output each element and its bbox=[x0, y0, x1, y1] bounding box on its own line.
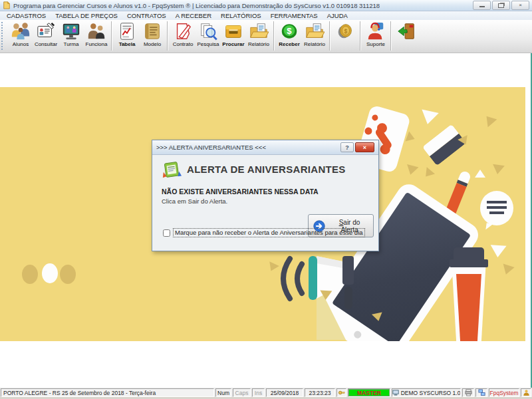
skip-alert-label: Marque para não receber o Alerta de Aniv… bbox=[173, 228, 365, 237]
status-product: DEMO SYSCURSO 1.0 bbox=[392, 388, 461, 397]
toolbar-button-relatorio[interactable]: Relatório bbox=[246, 20, 271, 51]
restore-button[interactable] bbox=[492, 1, 510, 10]
ellipsis-dot bbox=[22, 265, 38, 284]
dialog-title: >>> ALERTA ANIVERSARIANTES <<< bbox=[156, 144, 266, 151]
status-network bbox=[475, 388, 487, 397]
toolbar-button-alunos[interactable]: Alunos bbox=[8, 20, 33, 51]
master-user-badge: MASTER bbox=[348, 389, 390, 396]
toolbar-separator bbox=[167, 21, 168, 51]
svg-text:$: $ bbox=[287, 26, 292, 36]
toolbar-drag-handle[interactable] bbox=[1, 22, 5, 50]
app-icon bbox=[3, 1, 11, 9]
toolbar-label: Contrato bbox=[173, 41, 194, 47]
toolbar-label: Procurar bbox=[222, 41, 244, 47]
status-date-label: 25/09/2018 bbox=[271, 390, 299, 396]
menu-item-cadastros[interactable]: CADASTROS bbox=[2, 12, 51, 19]
coffee-cup-icon bbox=[454, 247, 484, 261]
students-icon bbox=[11, 21, 31, 41]
window-titlebar[interactable]: Programa para Gerenciar Cursos e Alunos … bbox=[0, 0, 532, 11]
svg-text:$: $ bbox=[344, 28, 348, 35]
triangle-decoration bbox=[404, 164, 418, 176]
status-brand-label: FpqSystem bbox=[490, 390, 519, 396]
toolbar-label: Relatório bbox=[304, 41, 325, 47]
status-printer bbox=[462, 388, 474, 397]
toolbar-label: Pesquisa bbox=[198, 41, 219, 47]
menu-item-relatorios[interactable]: RELATÓRIOS bbox=[216, 12, 266, 19]
coffee-cup-icon bbox=[456, 274, 481, 341]
status-location-label: PORTO ALEGRE - RS 25 de Setembro de 2018… bbox=[3, 390, 156, 396]
toolbar-button-turma[interactable]: Turma bbox=[59, 20, 84, 51]
menu-item-tabela-de-precos[interactable]: TABELA DE PREÇOS bbox=[51, 12, 122, 19]
computer-icon bbox=[392, 389, 400, 396]
status-location: PORTO ALEGRE - RS 25 de Setembro de 2018… bbox=[1, 388, 214, 397]
dialog-help-button[interactable]: ? bbox=[340, 142, 354, 152]
toolbar-button-contrato[interactable]: Contrato bbox=[170, 20, 196, 51]
toolbar-separator bbox=[390, 21, 392, 51]
status-date: 25/09/2018 bbox=[266, 388, 303, 397]
ellipsis-dot bbox=[42, 263, 58, 283]
triangle-decoration bbox=[320, 291, 332, 301]
status-profile bbox=[521, 388, 531, 397]
toolbar-label: Turma bbox=[64, 41, 79, 47]
toolbar-label: Relatório bbox=[248, 41, 269, 47]
status-time: 23:23:23 bbox=[305, 388, 335, 397]
triangle-decoration bbox=[500, 264, 514, 277]
network-icon bbox=[478, 389, 485, 396]
status-bar: PORTO ALEGRE - RS 25 de Setembro de 2018… bbox=[0, 388, 532, 397]
toolbar: AlunosConsultarTurmaFuncionaTabelaModelo… bbox=[0, 20, 532, 53]
dialog-titlebar[interactable]: >>> ALERTA ANIVERSARIANTES <<< ? × bbox=[152, 140, 378, 155]
toolbar-button-receber[interactable]: $Receber bbox=[277, 20, 302, 51]
minimize-button[interactable] bbox=[473, 1, 491, 10]
toolbar-button-pesquisa[interactable]: Pesquisa bbox=[196, 20, 221, 51]
toolbar-button-tabela[interactable]: Tabela bbox=[114, 20, 140, 51]
toolbar-label: Alunos bbox=[13, 41, 29, 47]
status-capslock-label: Caps bbox=[235, 390, 249, 396]
menu-item-ferramentas[interactable]: FERRAMENTAS bbox=[266, 12, 323, 19]
dialog-message: NÃO EXISTE ANIVERSARIANTES NESSA DATA bbox=[162, 188, 319, 196]
toolbar-button-exit-door[interactable] bbox=[394, 20, 419, 51]
report-folder-icon bbox=[249, 21, 269, 41]
coin-icon: $ bbox=[335, 21, 355, 41]
toolbar-separator bbox=[360, 21, 361, 51]
status-numlock: Num bbox=[215, 388, 231, 397]
toolbar-button-funciona[interactable]: Funciona bbox=[84, 20, 109, 51]
client-area: >>> ALERTA ANIVERSARIANTES <<< ? × bbox=[0, 53, 532, 388]
exit-door-icon bbox=[396, 21, 416, 41]
archive-drawer-icon bbox=[223, 21, 243, 41]
status-brand: FpqSystem bbox=[489, 388, 519, 397]
toolbar-label: Tabela bbox=[119, 41, 136, 47]
menu-item-contratos[interactable]: CONTRATOS bbox=[122, 12, 171, 19]
skip-alert-checkbox[interactable] bbox=[163, 229, 170, 237]
triangle-decoration bbox=[419, 110, 439, 126]
status-capslock: Caps bbox=[233, 388, 251, 397]
menu-item-ajuda[interactable]: AJUDA bbox=[323, 12, 352, 19]
user-icon bbox=[523, 389, 530, 396]
printer-icon bbox=[465, 389, 472, 396]
toolbar-button-coin[interactable]: $ bbox=[332, 20, 358, 51]
staff-icon bbox=[86, 21, 106, 41]
dialog-hint: Clica em Sair do Alerta. bbox=[162, 198, 227, 205]
close-button[interactable]: × bbox=[511, 1, 529, 10]
speech-bubble-icon bbox=[480, 191, 513, 225]
toolbar-button-modelo[interactable]: Modelo bbox=[140, 20, 165, 51]
toolbar-separator bbox=[329, 21, 331, 51]
toolbar-button-suporte[interactable]: Suporte bbox=[363, 20, 388, 51]
menu-item-a-receber[interactable]: A RECEBER bbox=[171, 12, 216, 19]
toolbar-button-relatorio-2[interactable]: Relatório bbox=[302, 20, 327, 51]
toolbar-label: Suporte bbox=[366, 41, 385, 47]
class-monitor-icon bbox=[61, 21, 81, 41]
status-user: MASTER bbox=[348, 388, 390, 397]
birthday-calendar-icon bbox=[162, 160, 182, 182]
toolbar-separator bbox=[111, 21, 112, 51]
window-title: Programa para Gerenciar Cursos e Alunos … bbox=[13, 2, 380, 9]
search-docs-icon bbox=[198, 21, 218, 41]
dialog-heading: ALERTA DE ANIVERSARIANTES bbox=[187, 164, 346, 175]
status-insert: Ins bbox=[252, 388, 265, 397]
coffee-cup-icon bbox=[450, 259, 488, 267]
dialog-close-button[interactable]: × bbox=[355, 142, 374, 152]
menu-bar: CADASTROSTABELA DE PREÇOSCONTRATOSA RECE… bbox=[0, 11, 532, 20]
triangle-decoration bbox=[482, 112, 497, 127]
triangle-decoration bbox=[422, 167, 435, 180]
toolbar-button-procurar[interactable]: Procurar bbox=[221, 20, 246, 51]
toolbar-button-consultar[interactable]: Consultar bbox=[33, 20, 59, 51]
